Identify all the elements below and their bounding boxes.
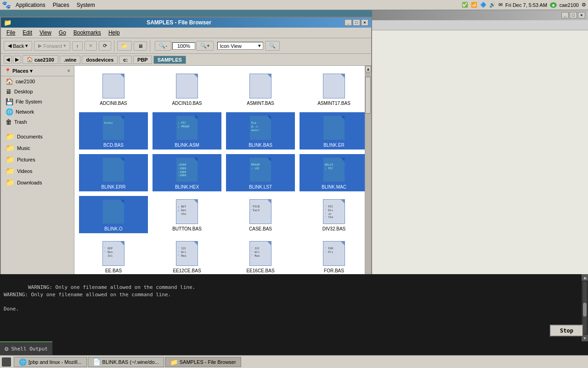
file-item[interactable]: ' PIC ' Div ' in ' theDIV32.BAS bbox=[300, 196, 365, 233]
file-label: BCD.BAS bbox=[103, 143, 124, 148]
file-item[interactable]: ADCIN8.BAS bbox=[79, 70, 148, 108]
file-item[interactable]: ; PIC ; PROGRBLINK.ASM bbox=[153, 112, 221, 150]
sidebar-item-music[interactable]: 📁 Music bbox=[1, 142, 74, 154]
breadcrumb-back-button[interactable]: ◀ bbox=[4, 56, 12, 63]
file-area[interactable]: ADCIN8.BASADCIN10.BASASMINT.BASASMINT17.… bbox=[74, 66, 365, 299]
breadcrumb-cae2100[interactable]: 🏠 cae2100 bbox=[23, 55, 58, 64]
taskbar-item-filebrowser[interactable]: 📁 SAMPLES - File Browser bbox=[165, 357, 241, 367]
places-menu[interactable]: Places bbox=[49, 1, 73, 9]
taskbar-item-browser[interactable]: 🌐 [pbp and linux - Mozill... bbox=[14, 357, 87, 367]
file-icon-corner bbox=[120, 116, 124, 120]
file-item[interactable]: ' FOR ' PriFOR.BAS bbox=[300, 238, 365, 275]
forward-button[interactable]: ▶ Forward ▾ bbox=[34, 41, 70, 51]
file-item[interactable]: ' EEP ' Den IniEE.BAS bbox=[79, 238, 148, 275]
stop-button[interactable]: Stop bbox=[550, 325, 583, 337]
reload-button[interactable]: ⟳ bbox=[99, 41, 111, 51]
file-item[interactable]: ASMINT17.BAS bbox=[300, 70, 365, 108]
file-item[interactable]: ' I2C ' Wri ' ReaEE16CE.BAS bbox=[226, 238, 295, 275]
file-item[interactable]: binouBCD.BAS bbox=[79, 112, 148, 150]
zoom-out-button[interactable]: 🔍- bbox=[155, 41, 171, 51]
zoom-level: 100% bbox=[172, 42, 195, 50]
file-item[interactable]: MPASM ; LOCBLINK.LST bbox=[226, 154, 295, 191]
minimize-button[interactable]: _ bbox=[345, 19, 352, 26]
sidebar-label-videos: Videos bbox=[17, 168, 32, 174]
videos-folder-icon: 📁 bbox=[6, 167, 15, 175]
breadcrumb-wine[interactable]: .wine bbox=[60, 56, 81, 64]
breadcrumb-forward-button[interactable]: ▶ bbox=[13, 56, 21, 63]
scroll-up-button[interactable]: ▲ bbox=[365, 66, 371, 72]
edit-menu[interactable]: Edit bbox=[19, 29, 36, 37]
breadcrumb-c[interactable]: c: bbox=[119, 56, 132, 64]
scrollbar-track[interactable] bbox=[365, 72, 371, 292]
taskbar-label-filebrowser: SAMPLES - File Browser bbox=[180, 359, 236, 365]
maximize-button[interactable]: □ bbox=[353, 19, 360, 26]
file-icon-corner bbox=[267, 74, 271, 78]
editor-maximize-button[interactable]: □ bbox=[570, 12, 577, 18]
back-button[interactable]: ◀ Back ▾ bbox=[4, 41, 32, 51]
zoom-controls: 🔍- 100% 🔍+ bbox=[153, 40, 215, 52]
file-menu[interactable]: File bbox=[3, 29, 19, 37]
editor-content[interactable] bbox=[372, 30, 588, 295]
view-mode-select[interactable]: Icon View ▾ bbox=[217, 42, 263, 50]
file-item[interactable]: BLINK.ER bbox=[300, 112, 365, 150]
shell-scrollbar-track[interactable] bbox=[583, 282, 587, 334]
system-tray: ✅ 📶 🔷 🔊 ✉ Fri Dec 7, 5:53 AM ● cae2100 ⚙ bbox=[462, 2, 586, 8]
shell-close-button[interactable]: × bbox=[584, 275, 587, 282]
sidebar-item-cae2100[interactable]: 🏠 cae2100 bbox=[1, 76, 74, 86]
scrollbar-thumb[interactable] bbox=[365, 77, 371, 114]
editor-close-button[interactable]: × bbox=[578, 12, 585, 18]
sidebar-item-filesystem[interactable]: 💾 File System bbox=[1, 97, 74, 107]
breadcrumb-dosdevices[interactable]: dosdevices bbox=[82, 56, 118, 64]
sidebar-item-network[interactable]: 🌐 Network bbox=[1, 107, 74, 117]
view-menu[interactable]: View bbox=[36, 29, 55, 37]
file-item[interactable]: ASMINT.BAS bbox=[226, 70, 295, 108]
file-icon-wrapper: ;0200 :1000 :1000 :1000 bbox=[175, 156, 199, 184]
file-item[interactable]: Exa @..c main!BLINK.BAS bbox=[226, 112, 295, 150]
file-content-preview: ' I2C ' Wri ' Rea bbox=[177, 246, 197, 258]
file-item[interactable]: ' I2C ' Wri ' ReaEE12CE.BAS bbox=[153, 238, 221, 275]
stop-button[interactable]: ✕ bbox=[85, 41, 97, 51]
zoom-in-button[interactable]: 🔍+ bbox=[196, 41, 214, 51]
bookmarks-menu[interactable]: Bookmarks bbox=[70, 29, 105, 37]
file-item[interactable]: ADCIN10.BAS bbox=[153, 70, 221, 108]
shell-output-content: WARNING: Only one filename allowed on th… bbox=[4, 284, 195, 311]
breadcrumb-samples[interactable]: SAMPLES bbox=[153, 56, 186, 64]
new-folder-button[interactable]: 📁 bbox=[117, 41, 132, 51]
file-item[interactable]: ;0200 :1000 :1000 :1000BLINK.HEX bbox=[153, 154, 221, 191]
taskbar-item-editor[interactable]: 📄 BLINK.BAS (~/.wine/do... bbox=[88, 357, 164, 367]
system-menu[interactable]: System bbox=[73, 1, 99, 9]
sidebar-item-pictures[interactable]: 📁 Pictures bbox=[1, 154, 74, 165]
close-button[interactable]: × bbox=[361, 19, 368, 26]
breadcrumb-pbp[interactable]: PBP bbox=[133, 56, 152, 64]
file-icon-img: ' FOR ' Pri bbox=[323, 241, 345, 266]
editor-minimize-button[interactable]: _ bbox=[561, 12, 569, 18]
filebrowser-icon: 📁 bbox=[170, 358, 178, 366]
vertical-scrollbar[interactable]: ▲ ▼ bbox=[365, 66, 371, 299]
shell-tab[interactable]: ⚙ Shell Output bbox=[0, 341, 52, 355]
shell-scrollbar-thumb[interactable] bbox=[583, 303, 587, 316]
file-item[interactable]: BLINK.O bbox=[79, 196, 148, 233]
file-icon-corner bbox=[194, 200, 198, 203]
sidebar-close-button[interactable]: × bbox=[67, 68, 70, 74]
help-menu[interactable]: Help bbox=[105, 29, 124, 37]
shell-output-text[interactable]: WARNING: Only one filename allowed on th… bbox=[0, 274, 582, 341]
file-item[interactable]: BLINK.ERR bbox=[79, 154, 148, 191]
zoom-in-icon: 🔍+ bbox=[200, 43, 209, 49]
sidebar-item-videos[interactable]: 📁 Videos bbox=[1, 165, 74, 177]
file-icon-corner bbox=[194, 158, 198, 161]
search-button[interactable]: 🔍 bbox=[265, 41, 280, 51]
up-button[interactable]: ↑ bbox=[72, 41, 83, 51]
applications-menu[interactable]: Applications bbox=[12, 1, 49, 9]
sidebar-item-documents[interactable]: 📁 Documents bbox=[1, 131, 74, 142]
computer-button[interactable]: 🖥 bbox=[134, 41, 147, 51]
file-item[interactable]: ; BUT ; Den shoBUTTON.BAS bbox=[153, 196, 221, 233]
sidebar-header: 📍 Places ▾ × bbox=[1, 66, 74, 76]
file-item[interactable]: 'PICB 'EachCASE.BAS bbox=[226, 196, 295, 233]
sidebar-item-downloads[interactable]: 📁 Downloads bbox=[1, 177, 74, 188]
sidebar-item-trash[interactable]: 🗑 Trash bbox=[1, 117, 74, 127]
sidebar-item-desktop[interactable]: 🖥 Desktop bbox=[1, 86, 74, 97]
go-menu[interactable]: Go bbox=[55, 29, 70, 37]
file-icon-wrapper: binou bbox=[101, 114, 126, 142]
file-item[interactable]: NOLIS ; PICBLINK.MAC bbox=[300, 154, 365, 191]
file-label: BLINK.ASM bbox=[175, 143, 199, 148]
